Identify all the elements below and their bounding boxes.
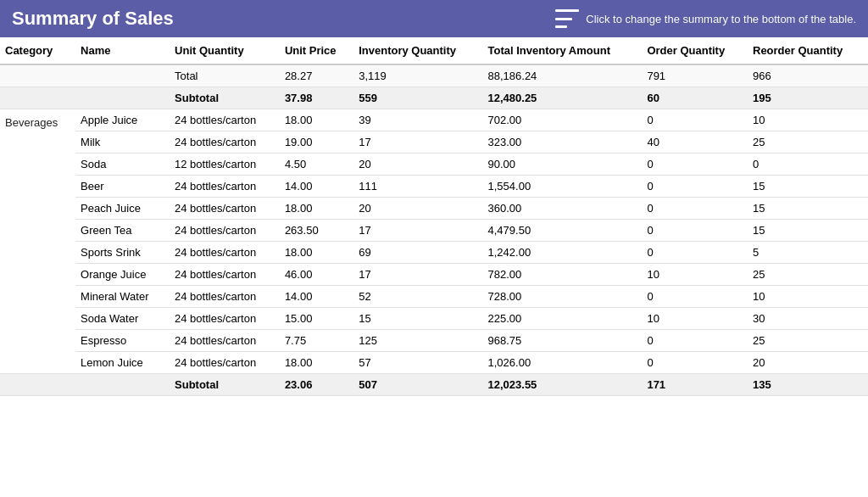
subbottom-inv-amt: 12,023.55 — [483, 374, 643, 396]
page-title: Summary of Sales — [12, 8, 555, 30]
item-inv-qty: 69 — [353, 242, 482, 264]
total-name — [75, 64, 170, 87]
subtop-reorder-qty: 195 — [748, 87, 868, 109]
item-reorder-qty: 15 — [748, 198, 868, 220]
item-order-qty: 0 — [642, 242, 748, 264]
table-row: Milk24 bottles/carton19.0017323.004025 — [0, 131, 868, 154]
total-order-qty: 791 — [642, 64, 748, 87]
item-unit-price: 18.00 — [280, 109, 353, 131]
subtop-inv-qty: 559 — [353, 87, 482, 109]
col-inventory-quantity: Inventory Quantity — [353, 37, 482, 64]
subbottom-cat — [0, 374, 75, 396]
subbottom-reorder-qty: 135 — [748, 374, 868, 396]
table-row: Sports Srink24 bottles/carton18.00691,24… — [0, 242, 868, 264]
item-unit-price: 14.00 — [280, 286, 353, 308]
item-inv-qty: 17 — [353, 131, 482, 154]
item-name: Espresso — [75, 330, 170, 352]
item-unit-price: 18.00 — [280, 352, 353, 374]
header-action[interactable]: Click to change the summary to the botto… — [555, 9, 856, 28]
item-reorder-qty: 25 — [748, 264, 868, 286]
col-reorder-quantity: Reorder Quantity — [748, 37, 868, 64]
table-wrapper: Category Name Unit Quantity Unit Price I… — [0, 37, 868, 396]
item-unit-price: 15.00 — [280, 308, 353, 330]
item-inv-qty: 57 — [353, 352, 482, 374]
item-unit-price: 18.00 — [280, 242, 353, 264]
total-label: Total — [170, 64, 280, 87]
item-order-qty: 0 — [642, 154, 748, 176]
item-reorder-qty: 5 — [748, 242, 868, 264]
item-unit-qty: 24 bottles/carton — [170, 286, 280, 308]
table-row: Soda12 bottles/carton4.502090.0000 — [0, 154, 868, 176]
subtop-unit-price: 37.98 — [280, 87, 353, 109]
subbottom-name — [75, 374, 170, 396]
sales-table: Category Name Unit Quantity Unit Price I… — [0, 37, 868, 396]
item-reorder-qty: 15 — [748, 220, 868, 242]
subtotal-row-bottom: Subtotal 23.06 507 12,023.55 171 135 — [0, 374, 868, 396]
item-total-inv: 968.75 — [483, 330, 643, 352]
item-order-qty: 10 — [642, 308, 748, 330]
header-action-text: Click to change the summary to the botto… — [586, 13, 856, 25]
item-unit-qty: 12 bottles/carton — [170, 154, 280, 176]
item-total-inv: 728.00 — [483, 286, 643, 308]
table-row: Mineral Water24 bottles/carton14.0052728… — [0, 286, 868, 308]
item-total-inv: 702.00 — [483, 109, 643, 131]
item-unit-qty: 24 bottles/carton — [170, 220, 280, 242]
total-inv-qty: 3,119 — [353, 64, 482, 87]
subtop-order-qty: 60 — [642, 87, 748, 109]
column-header-row: Category Name Unit Quantity Unit Price I… — [0, 37, 868, 64]
subbottom-inv-qty: 507 — [353, 374, 482, 396]
item-unit-qty: 24 bottles/carton — [170, 330, 280, 352]
subbottom-order-qty: 171 — [642, 374, 748, 396]
item-unit-price: 46.00 — [280, 264, 353, 286]
item-unit-qty: 24 bottles/carton — [170, 176, 280, 198]
item-reorder-qty: 30 — [748, 308, 868, 330]
item-unit-price: 263.50 — [280, 220, 353, 242]
item-reorder-qty: 20 — [748, 352, 868, 374]
item-order-qty: 0 — [642, 330, 748, 352]
item-order-qty: 10 — [642, 264, 748, 286]
item-total-inv: 1,026.00 — [483, 352, 643, 374]
table-row: Beer24 bottles/carton14.001111,554.00015 — [0, 176, 868, 198]
col-total-inventory-amount: Total Inventory Amount — [483, 37, 643, 64]
item-unit-price: 19.00 — [280, 131, 353, 154]
item-total-inv: 782.00 — [483, 264, 643, 286]
subtop-cat — [0, 87, 75, 109]
subbottom-label: Subtotal — [170, 374, 280, 396]
item-order-qty: 0 — [642, 352, 748, 374]
subbottom-unit-price: 23.06 — [280, 374, 353, 396]
item-total-inv: 323.00 — [483, 131, 643, 154]
item-order-qty: 0 — [642, 198, 748, 220]
item-name: Peach Juice — [75, 198, 170, 220]
item-unit-qty: 24 bottles/carton — [170, 242, 280, 264]
total-cat — [0, 64, 75, 87]
item-name: Lemon Juice — [75, 352, 170, 374]
item-unit-qty: 24 bottles/carton — [170, 352, 280, 374]
item-reorder-qty: 15 — [748, 176, 868, 198]
item-name: Sports Srink — [75, 242, 170, 264]
item-unit-qty: 24 bottles/carton — [170, 264, 280, 286]
total-reorder-qty: 966 — [748, 64, 868, 87]
item-order-qty: 40 — [642, 131, 748, 154]
item-inv-qty: 125 — [353, 330, 482, 352]
total-row: Total 28.27 3,119 88,186.24 791 966 — [0, 64, 868, 87]
header-bar: Summary of Sales Click to change the sum… — [0, 0, 868, 37]
table-row: Peach Juice24 bottles/carton18.0020360.0… — [0, 198, 868, 220]
col-unit-quantity: Unit Quantity — [170, 37, 280, 64]
item-reorder-qty: 25 — [748, 330, 868, 352]
item-reorder-qty: 0 — [748, 154, 868, 176]
item-name: Mineral Water — [75, 286, 170, 308]
item-total-inv: 1,554.00 — [483, 176, 643, 198]
subtop-inv-amt: 12,480.25 — [483, 87, 643, 109]
item-order-qty: 0 — [642, 176, 748, 198]
total-inv-amt: 88,186.24 — [483, 64, 643, 87]
item-total-inv: 90.00 — [483, 154, 643, 176]
subtop-name — [75, 87, 170, 109]
col-category: Category — [0, 37, 75, 64]
item-name: Green Tea — [75, 220, 170, 242]
table-row: Soda Water24 bottles/carton15.0015225.00… — [0, 308, 868, 330]
table-row: Espresso24 bottles/carton7.75125968.7502… — [0, 330, 868, 352]
item-name: Soda Water — [75, 308, 170, 330]
item-order-qty: 0 — [642, 220, 748, 242]
summary-toggle-icon[interactable] — [555, 9, 579, 28]
item-total-inv: 1,242.00 — [483, 242, 643, 264]
